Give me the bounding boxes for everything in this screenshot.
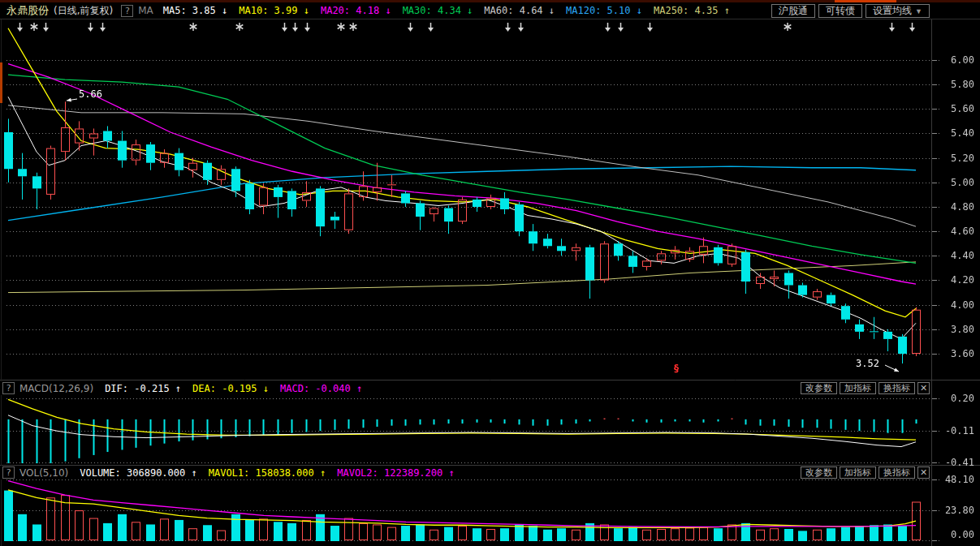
help-icon[interactable]: ? xyxy=(2,466,15,479)
price-axis-label: 4.40 xyxy=(935,250,974,261)
vol-axis-label: 23.80 xyxy=(935,505,974,516)
indicator-value: MACD: -0.040 ↑ xyxy=(280,383,362,394)
chart-mode-label: (日线,前复权) xyxy=(54,4,113,18)
price-axis-label: 3.60 xyxy=(935,348,974,359)
indicator-value: DEA: -0.195 ↓ xyxy=(192,383,269,394)
stock-title: 永鼎股份 xyxy=(6,3,49,18)
vol-axis-label: 48.10 xyxy=(935,474,974,485)
help-icon[interactable]: ? xyxy=(121,5,133,17)
price-axis-label: 4.00 xyxy=(935,299,974,311)
ma-legend-item: MA60: 4.64 ↓ xyxy=(484,5,555,16)
price-axis-label: 4.20 xyxy=(935,274,974,286)
close-icon[interactable]: ✕ xyxy=(917,466,930,479)
ma-prefix-label: MA xyxy=(138,5,153,16)
stock-app-window: 永鼎股份 (日线,前复权) ? MA MA5: 3.85 ↓MA10: 3.99… xyxy=(0,0,980,546)
switch-indicator-button[interactable]: 换指标 xyxy=(879,382,915,394)
edit-params-button[interactable]: 改参数 xyxy=(801,382,837,394)
price-axis-label: 5.40 xyxy=(935,127,974,139)
vol-axis-label: 0.00 xyxy=(935,529,974,540)
ma-legend-item: MA30: 4.34 ↓ xyxy=(403,5,473,16)
help-icon[interactable]: ? xyxy=(2,382,15,394)
price-axis-label: 5.00 xyxy=(935,177,974,188)
ma-legend: MA5: 3.85 ↓MA10: 3.99 ↓MA20: 4.18 ↓MA30:… xyxy=(163,5,730,16)
top-position-strip[interactable] xyxy=(0,0,980,2)
chevron-down-icon: ▼ xyxy=(915,7,922,15)
close-icon[interactable]: ✕ xyxy=(917,382,930,394)
low-price-annotation: 3.52 xyxy=(856,358,879,369)
indicator-value: MAVOL1: 158038.000 ↑ xyxy=(209,467,326,479)
price-axis-label: 5.60 xyxy=(935,103,974,114)
add-indicator-button[interactable]: 加指标 xyxy=(840,382,876,394)
macd-indicator-name: MACD(12,26,9) xyxy=(19,383,93,394)
ma-legend-item: MA20: 4.18 ↓ xyxy=(321,5,391,16)
macd-axis-label: -0.41 xyxy=(935,457,974,468)
indicator-value: MAVOL2: 122389.200 ↑ xyxy=(337,467,455,479)
hsgt-button[interactable]: 沪股通 xyxy=(771,4,815,18)
edit-params-button[interactable]: 改参数 xyxy=(801,466,837,479)
main-toolbar: 永鼎股份 (日线,前复权) ? MA MA5: 3.85 ↓MA10: 3.99… xyxy=(0,2,980,19)
vol-values: VOLUME: 306890.000 ↑MAVOL1: 158038.000 ↑… xyxy=(80,467,455,479)
indicator-value: DIF: -0.215 ↑ xyxy=(105,383,181,394)
ma-legend-item: MA250: 4.35 ↑ xyxy=(654,5,730,16)
indicator-value: VOLUME: 306890.000 ↑ xyxy=(80,467,197,479)
price-axis-label: 4.80 xyxy=(935,201,974,213)
vol-panel-buttons: 改参数加指标换指标✕ xyxy=(801,466,930,479)
high-price-annotation: 5.66 xyxy=(79,88,102,100)
macd-panel-buttons: 改参数加指标换指标✕ xyxy=(801,382,930,394)
price-axis-label: 5.80 xyxy=(935,79,974,90)
price-axis-label: 5.20 xyxy=(935,153,974,164)
top-position-indicator[interactable] xyxy=(835,0,896,2)
macd-panel-header: ? MACD(12,26,9) DIF: -0.215 ↑DEA: -0.195… xyxy=(0,381,931,395)
price-axis-label: 4.60 xyxy=(935,226,974,237)
vol-indicator-name: VOL(5,10) xyxy=(19,467,68,479)
price-axis-label: 3.80 xyxy=(935,324,974,335)
ma-legend-item: MA5: 3.85 ↓ xyxy=(163,5,227,16)
switch-indicator-button[interactable]: 换指标 xyxy=(879,466,915,479)
convertible-bond-button[interactable]: 可转债 xyxy=(818,4,862,18)
toolbar-buttons: 沪股通可转债设置均线▼ xyxy=(771,4,930,18)
macd-values: DIF: -0.215 ↑DEA: -0.195 ↓MACD: -0.040 ↑ xyxy=(105,383,362,394)
event-marker: § xyxy=(674,363,679,374)
add-indicator-button[interactable]: 加指标 xyxy=(840,466,876,479)
ma-legend-item: MA120: 5.10 ↓ xyxy=(566,5,642,16)
price-axis-label: 6.00 xyxy=(935,54,974,66)
macd-axis-label: 0.20 xyxy=(935,393,974,404)
chart-canvas[interactable] xyxy=(0,0,980,546)
ma-legend-item: MA10: 3.99 ↓ xyxy=(239,5,309,16)
ma-settings-button[interactable]: 设置均线▼ xyxy=(866,4,930,18)
vol-panel-header: ? VOL(5,10) VOLUME: 306890.000 ↑MAVOL1: … xyxy=(0,466,931,479)
macd-axis-label: -0.11 xyxy=(935,425,974,436)
